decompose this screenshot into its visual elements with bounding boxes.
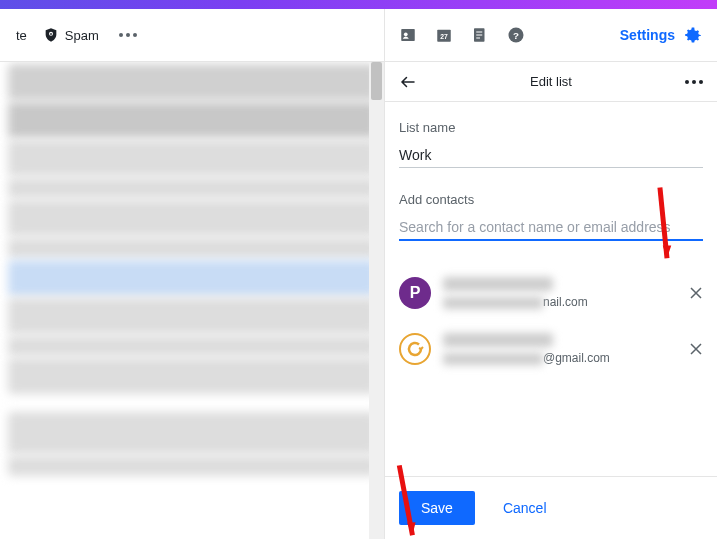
list-item[interactable]: [8, 412, 376, 454]
action-bar: Save Cancel: [385, 476, 717, 539]
panel-title: Edit list: [530, 74, 572, 89]
scrollbar[interactable]: [369, 62, 384, 539]
remove-contact-icon[interactable]: [689, 342, 703, 356]
list-name-input[interactable]: [399, 143, 703, 168]
calendar-icon[interactable]: 27: [435, 26, 453, 44]
list-item[interactable]: [8, 260, 376, 296]
right-toolbar: 27 ? Settings: [385, 9, 717, 62]
spam-label: Spam: [65, 28, 99, 43]
list-item[interactable]: [8, 178, 376, 198]
panel-more-button[interactable]: [685, 80, 703, 84]
svg-text:27: 27: [440, 33, 448, 40]
avatar: [399, 333, 431, 365]
help-icon[interactable]: ?: [507, 26, 525, 44]
list-item[interactable]: [8, 102, 376, 138]
contacts-icon[interactable]: [399, 26, 417, 44]
avatar: P: [399, 277, 431, 309]
list-item[interactable]: [8, 140, 376, 176]
list-item[interactable]: [8, 64, 376, 100]
more-actions-button[interactable]: [115, 29, 141, 41]
spam-button[interactable]: Spam: [43, 27, 99, 43]
message-list-pane: [0, 62, 384, 539]
shield-icon: [43, 27, 59, 43]
contact-email: nail.com: [443, 295, 689, 309]
svg-rect-1: [401, 29, 415, 41]
list-item[interactable]: [8, 358, 376, 394]
contact-search-input[interactable]: [399, 215, 703, 241]
contact-row: P nail.com: [399, 265, 703, 321]
contact-row: @gmail.com: [399, 321, 703, 377]
settings-link[interactable]: Settings: [620, 27, 675, 43]
cancel-button[interactable]: Cancel: [503, 500, 547, 516]
list-item[interactable]: [8, 336, 376, 356]
list-item[interactable]: [8, 456, 376, 476]
brand-bar: [0, 0, 717, 9]
svg-point-2: [404, 32, 408, 36]
list-item[interactable]: [8, 238, 376, 258]
archive-partial-text: te: [16, 28, 27, 43]
scrollbar-thumb[interactable]: [371, 62, 382, 100]
save-button[interactable]: Save: [399, 491, 475, 525]
remove-contact-icon[interactable]: [689, 286, 703, 300]
list-name-label: List name: [399, 120, 703, 135]
contact-name-redacted: [443, 333, 553, 347]
notepad-icon[interactable]: [471, 26, 489, 44]
svg-text:?: ?: [513, 30, 519, 41]
list-item[interactable]: [8, 298, 376, 334]
right-panel: 27 ? Settings Edit list List name Add co…: [384, 9, 717, 539]
back-arrow-icon[interactable]: [399, 73, 417, 91]
contact-email: @gmail.com: [443, 351, 689, 365]
gear-icon[interactable]: [683, 25, 703, 45]
edit-list-header: Edit list: [385, 62, 717, 102]
edit-form: List name Add contacts P nail.com @gmail…: [385, 102, 717, 476]
add-contacts-label: Add contacts: [399, 192, 703, 207]
list-item[interactable]: [8, 200, 376, 236]
contact-name-redacted: [443, 277, 553, 291]
